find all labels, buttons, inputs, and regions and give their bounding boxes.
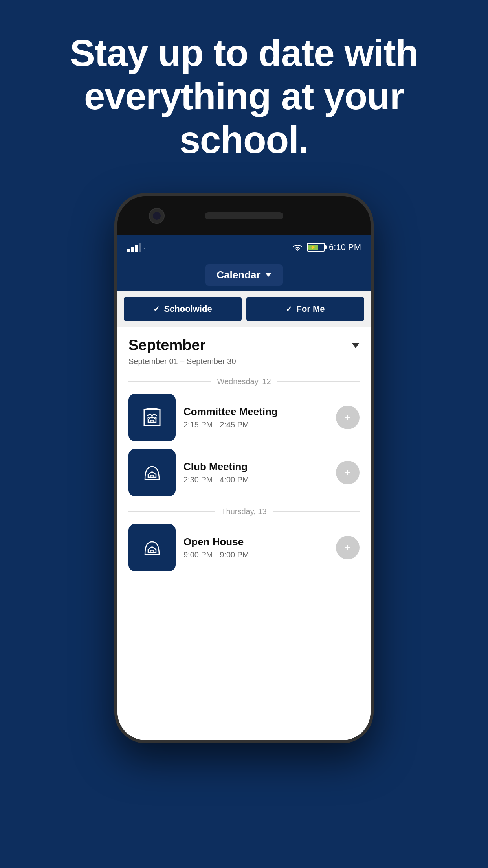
status-time: 6:10 PM	[329, 242, 361, 252]
add-icon-open-house: +	[345, 541, 351, 554]
book-icon-club	[140, 461, 164, 484]
add-button-club[interactable]: +	[336, 461, 360, 484]
status-right: ⚡ 6:10 PM	[292, 242, 361, 252]
event-icon-committee	[128, 394, 176, 441]
separator-thu-left	[128, 511, 215, 512]
phone-screen: ✓ Schoolwide ✓ For Me September Septembe…	[117, 291, 371, 743]
signal-icon	[127, 243, 141, 252]
month-dropdown-icon[interactable]	[352, 343, 360, 348]
phone-top-hardware	[117, 196, 371, 235]
hero-title: Stay up to date with everything at your …	[31, 31, 457, 162]
day-separator-thu: Thursday, 13	[128, 507, 360, 516]
battery-bolt: ⚡	[310, 245, 316, 250]
event-info-open-house: Open House 9:00 PM - 9:00 PM	[183, 536, 328, 559]
event-info-club: Club Meeting 2:30 PM - 4:00 PM	[183, 461, 328, 484]
event-title-open-house: Open House	[183, 536, 328, 548]
event-club-meeting: Club Meeting 2:30 PM - 4:00 PM +	[128, 449, 360, 496]
event-time-club: 2:30 PM - 4:00 PM	[183, 475, 328, 484]
add-icon-club: +	[345, 466, 351, 479]
check-icon-for-me: ✓	[286, 304, 292, 314]
filter-bar: ✓ Schoolwide ✓ For Me	[117, 291, 371, 327]
separator-line-left	[128, 381, 211, 382]
add-button-committee[interactable]: +	[336, 406, 360, 429]
book-icon-committee	[140, 406, 164, 429]
event-icon-club	[128, 449, 176, 496]
event-committee-meeting: Committee Meeting 2:15 PM - 2:45 PM +	[128, 394, 360, 441]
calendar-dropdown[interactable]: Calendar	[205, 264, 282, 286]
filter-for-me-label: For Me	[296, 304, 325, 314]
event-title-club: Club Meeting	[183, 461, 328, 473]
wifi-icon	[292, 243, 303, 251]
event-open-house: Open House 9:00 PM - 9:00 PM +	[128, 524, 360, 571]
filter-schoolwide[interactable]: ✓ Schoolwide	[124, 297, 242, 321]
filter-for-me[interactable]: ✓ For Me	[246, 297, 364, 321]
check-icon-schoolwide: ✓	[153, 304, 160, 314]
event-time-open-house: 9:00 PM - 9:00 PM	[183, 550, 328, 559]
carrier-indicator: .	[144, 244, 145, 251]
status-bar: . ⚡ 6:10 PM	[117, 235, 371, 259]
status-left: .	[127, 243, 145, 252]
day-label-wed: Wednesday, 12	[217, 377, 271, 386]
event-icon-open-house	[128, 524, 176, 571]
battery-fill: ⚡	[308, 245, 318, 250]
svg-point-0	[297, 250, 298, 251]
phone-frame: . ⚡ 6:10 PM	[114, 193, 374, 743]
book-icon-open-house	[140, 536, 164, 559]
separator-line-right	[277, 381, 360, 382]
phone-camera-lens	[153, 212, 161, 220]
battery-icon: ⚡	[307, 243, 325, 252]
event-time-committee: 2:15 PM - 2:45 PM	[183, 420, 328, 429]
month-title: September	[128, 337, 205, 354]
month-range: September 01 – September 30	[128, 357, 360, 366]
app-header: Calendar	[117, 259, 371, 291]
phone-mockup: . ⚡ 6:10 PM	[0, 185, 488, 743]
calendar-content: September September 01 – September 30 We…	[117, 327, 371, 743]
calendar-label: Calendar	[216, 269, 260, 281]
add-icon-committee: +	[345, 411, 351, 424]
day-label-thu: Thursday, 13	[221, 507, 266, 516]
chevron-down-icon	[265, 273, 272, 277]
month-header: September	[128, 337, 360, 354]
event-info-committee: Committee Meeting 2:15 PM - 2:45 PM	[183, 406, 328, 429]
phone-camera	[149, 208, 165, 224]
filter-schoolwide-label: Schoolwide	[164, 304, 212, 314]
event-title-committee: Committee Meeting	[183, 406, 328, 418]
hero-section: Stay up to date with everything at your …	[0, 0, 488, 185]
phone-speaker	[205, 212, 283, 219]
add-button-open-house[interactable]: +	[336, 536, 360, 559]
separator-thu-right	[273, 511, 360, 512]
day-separator-wed: Wednesday, 12	[128, 377, 360, 386]
